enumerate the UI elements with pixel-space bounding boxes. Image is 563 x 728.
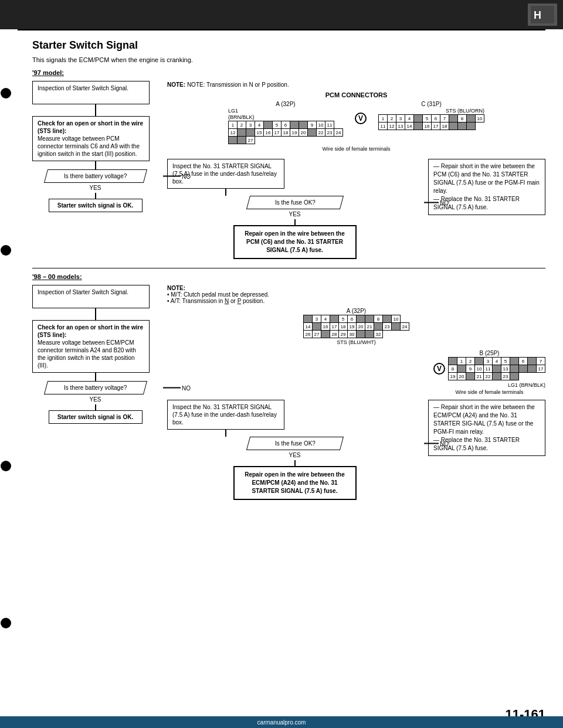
diamond2-label-9800: Is the fuse OK? (274, 440, 315, 447)
c31p-connector-97: C (31P) STS (BLU/ORN) 1234567810 1112131… (378, 101, 484, 130)
no-label2-9800: NO (440, 440, 449, 447)
vline-a3 (95, 404, 96, 410)
left-circle-1 (1, 88, 11, 98)
b25p-label-9800: B (25P) (433, 350, 545, 356)
no-arrow-9800: NO (163, 385, 191, 391)
inspect-box-97: Inspection of Starter Switch Signal. (32, 81, 150, 104)
no-arrow-97: NO (163, 173, 191, 179)
diamond-label-97: Is there battery voltage? (64, 173, 127, 179)
note-text-97: NOTE: Transmission in N or P position. (187, 81, 289, 88)
check-body-9800: Measure voltage between ECM/PCM connecto… (38, 339, 144, 369)
v-symbol-97: V (355, 113, 367, 124)
fuse-mid-97: Inspect the No. 31 STARTER SIGNAL (7.5 A… (167, 159, 422, 259)
yes2-label-97: YES (167, 211, 422, 217)
right-repair-text-9800: — Repair short in the wire between the E… (433, 403, 540, 453)
v-symbol-9800: V (433, 363, 445, 375)
honda-logo: H (528, 4, 557, 26)
b25p-connector-9800: B (25P) V 1234567 8910111317 (433, 350, 545, 395)
vline-fuse-97 (225, 189, 226, 196)
no-label-97: NO (182, 173, 191, 179)
check-box-9800: Check for an open or short in the wire (… (32, 320, 150, 373)
check-body-97: Measure voltage between PCM connector te… (38, 135, 144, 158)
yes2-label-9800: YES (167, 452, 422, 458)
brand-footer: carmanualpro.com (0, 716, 563, 728)
b25p-table-9800: 1234567 8910111317 1920212223 (448, 357, 545, 380)
left-flow-9800: Inspection of Starter Switch Signal. Che… (32, 285, 158, 424)
note-header-9800: NOTE: (167, 285, 545, 291)
right-note-97: — Repair short in the wire between the P… (428, 159, 545, 215)
left-circle-4 (1, 618, 11, 628)
right-flow-9800: NOTE: • M/T: Clutch pedal must be depres… (167, 285, 545, 500)
ecm-pcm-connectors-9800: A (32P) 3456810 141617181920212324 26272… (167, 308, 545, 395)
pcm-connectors-97: PCM CONNECTORS A (32P) LG1 (BRN/BLK) (167, 91, 545, 152)
inspect-box-9800: Inspection of Starter Switch Signal. (32, 285, 150, 308)
a32p-table: 12345691011 12151617181920222324 27 (228, 121, 343, 144)
lg1-sub: (BRN/BLK) (228, 114, 255, 120)
model-9800-label: '98 – 00 models: (32, 273, 545, 280)
wire-side-97: Wire side of female terminals (167, 146, 545, 152)
c31p-label: C (31P) (378, 101, 484, 107)
vline-fuse-9800 (225, 430, 226, 437)
right-note-9800: — Repair short in the wire between the E… (428, 400, 545, 456)
vline-a2 (95, 373, 96, 381)
check-title-97: Check for an open or short in the wire (… (38, 120, 144, 135)
vline-3 (95, 193, 96, 199)
check-title-9800: Check for an open or short in the wire (… (38, 324, 144, 339)
left-edge (0, 29, 12, 703)
a32p-connector-9800: A (32P) 3456810 141617181920212324 26272… (303, 308, 409, 345)
note-line2-9800: • A/T: Transmission in N or P position. (167, 298, 545, 304)
svg-text:H: H (534, 9, 541, 21)
no-label2-97: NO (440, 199, 449, 206)
vline-1 (95, 104, 96, 116)
yes-label-9800: YES (32, 396, 158, 403)
right-flow-97: NOTE: NOTE: Transmission in N or P posit… (167, 81, 545, 259)
fuse-mid-9800: Inspect the No. 31 STARTER SIGNAL (7.5 A… (167, 400, 422, 500)
diamond2-label-97: Is the fuse OK? (274, 199, 315, 206)
note-97: NOTE: NOTE: Transmission in N or P posit… (167, 81, 545, 88)
section-divider (32, 268, 545, 268)
note-line1-9800: • M/T: Clutch pedal must be depressed. (167, 291, 545, 298)
section-97: '97 model: Inspection of Starter Switch … (32, 69, 545, 259)
repair-box-97: Repair open in the wire between the PCM … (233, 225, 357, 259)
a32p-label: A (32P) (228, 101, 343, 107)
page-title: Starter Switch Signal (32, 39, 545, 52)
ok-box-97: Starter switch signal is OK. (49, 199, 143, 212)
vline-2 (95, 161, 96, 169)
left-flow-97: Inspection of Starter Switch Signal. Che… (32, 81, 158, 212)
wire-side-9800: Wire side of female terminals (433, 389, 545, 395)
a32p-label-9800: A (32P) (303, 308, 409, 314)
no-arrow2-9800: NO (424, 440, 449, 447)
vline-4 (294, 219, 296, 225)
fuse-flow-97: Inspect the No. 31 STARTER SIGNAL (7.5 A… (167, 159, 545, 259)
intro-text: This signals the ECM/PCM when the engine… (32, 56, 545, 63)
no-label-9800: NO (182, 385, 191, 391)
c31p-table: 1234567810 11121314161718 (378, 114, 484, 130)
a32p-connector-97: A (32P) LG1 (BRN/BLK) 12345691011 (228, 101, 343, 144)
left-circle-2 (1, 245, 11, 256)
lg1-label-9800: LG1 (BRN/BLK) (433, 382, 545, 388)
vline-a1 (95, 308, 96, 320)
top-bar: H (0, 0, 563, 29)
sts-label-9800: STS (BLU/WHT) (303, 339, 409, 345)
main-content: Starter Switch Signal This signals the E… (0, 30, 563, 521)
diamond-container-97: Is there battery voltage? NO (32, 169, 158, 183)
pcm-title-97: PCM CONNECTORS (167, 91, 545, 98)
lg1-label: LG1 (228, 108, 238, 114)
section-9800: '98 – 00 models: Inspection of Starter S… (32, 273, 545, 500)
diamond-label-9800: Is there battery voltage? (64, 385, 127, 391)
model-97-label: '97 model: (32, 69, 545, 76)
ok-box-9800: Starter switch signal is OK. (49, 410, 143, 424)
notes-9800: NOTE: • M/T: Clutch pedal must be depres… (167, 285, 545, 304)
repair-box-9800: Repair open in the wire between the ECM/… (233, 466, 357, 500)
a32p-table-9800: 3456810 141617181920212324 262728293032 (303, 315, 409, 338)
check-box-97: Check for an open or short in the wire (… (32, 116, 150, 161)
sts-label-97: STS (BLU/ORN) (378, 108, 484, 114)
fuse-flow-9800: Inspect the No. 31 STARTER SIGNAL (7.5 A… (167, 400, 545, 500)
yes-label-97: YES (32, 185, 158, 191)
vline-b4 (294, 460, 296, 466)
right-repair-text-97: — Repair short in the wire between the P… (433, 162, 540, 212)
no-arrow2-97: NO (424, 199, 449, 206)
inspect-fuse-box-9800: Inspect the No. 31 STARTER SIGNAL (7.5 A… (167, 400, 284, 430)
left-circle-3 (1, 461, 11, 471)
diamond-container-9800: Is there battery voltage? NO (32, 381, 158, 394)
